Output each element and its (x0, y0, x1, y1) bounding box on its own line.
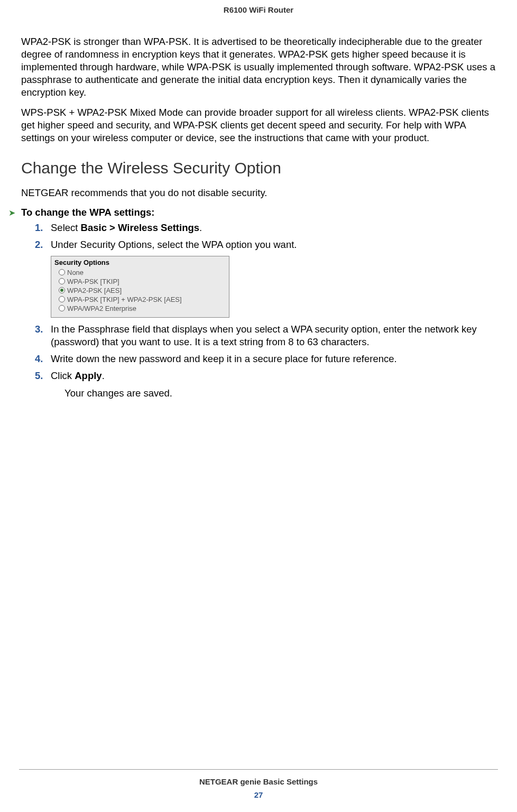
step-text: In the Passphrase field that displays wh… (51, 323, 496, 348)
section-intro: NETGEAR recommends that you do not disab… (21, 187, 496, 199)
radio-option-wpa-psk[interactable]: WPA-PSK [TKIP] (54, 277, 226, 286)
step-5-bold: Apply (75, 370, 101, 381)
step-text: Select Basic > Wireless Settings. (51, 222, 496, 234)
radio-icon-selected (59, 287, 65, 293)
step-1-post: . (199, 222, 202, 233)
step-number: 4. (35, 353, 51, 365)
footer-section-title: NETGEAR genie Basic Settings (0, 777, 517, 786)
radio-option-mixed[interactable]: WPA-PSK [TKIP] + WPA2-PSK [AES] (54, 295, 226, 304)
procedure-title: To change the WPA settings: (21, 207, 155, 218)
step-1-bold: Basic > Wireless Settings (81, 222, 200, 233)
radio-icon (59, 296, 65, 302)
arrow-icon: ➤ (8, 208, 21, 218)
step-number: 1. (35, 222, 51, 234)
radio-label: WPA/WPA2 Enterprise (67, 304, 136, 312)
step-5-post: . (102, 370, 105, 381)
section-heading: Change the Wireless Security Option (21, 159, 496, 177)
step-4: 4. Write down the new password and keep … (35, 353, 496, 365)
step-list: 1. Select Basic > Wireless Settings. 2. … (21, 222, 496, 399)
step-number: 3. (35, 323, 51, 348)
paragraph-wpa2: WPA2-PSK is stronger than WPA-PSK. It is… (21, 35, 496, 99)
radio-label: WPA-PSK [TKIP] (67, 278, 119, 285)
step-text: Write down the new password and keep it … (51, 353, 496, 365)
paragraph-mixed-mode: WPS-PSK + WPA2-PSK Mixed Mode can provid… (21, 106, 496, 144)
radio-icon (59, 278, 65, 284)
step-5-pre: Click (51, 370, 75, 381)
step-text: Under Security Options, select the WPA o… (51, 238, 496, 251)
radio-option-enterprise[interactable]: WPA/WPA2 Enterprise (54, 304, 226, 313)
radio-icon (59, 269, 65, 275)
page-content: WPA2-PSK is stronger than WPA-PSK. It is… (0, 35, 517, 399)
step-5-result: Your changes are saved. (64, 387, 496, 399)
page-header-title: R6100 WiFi Router (0, 0, 517, 35)
radio-label: WPA2-PSK [AES] (67, 287, 122, 294)
radio-label: WPA-PSK [TKIP] + WPA2-PSK [AES] (67, 296, 182, 303)
security-options-screenshot: Security Options None WPA-PSK [TKIP] WPA… (51, 256, 229, 318)
step-1-pre: Select (51, 222, 81, 233)
radio-option-none[interactable]: None (54, 268, 226, 277)
radio-option-wpa2-psk[interactable]: WPA2-PSK [AES] (54, 286, 226, 295)
radio-label: None (67, 269, 84, 276)
radio-icon (59, 305, 65, 311)
step-number: 2. (35, 238, 51, 251)
step-5: 5. Click Apply. (35, 370, 496, 382)
footer-divider (19, 769, 498, 770)
step-1: 1. Select Basic > Wireless Settings. (35, 222, 496, 234)
step-2: 2. Under Security Options, select the WP… (35, 238, 496, 251)
step-number: 5. (35, 370, 51, 382)
page-footer: NETGEAR genie Basic Settings 27 (0, 769, 517, 799)
step-3: 3. In the Passphrase field that displays… (35, 323, 496, 348)
procedure-title-row: ➤ To change the WPA settings: (21, 207, 496, 218)
security-options-title: Security Options (54, 259, 226, 266)
footer-page-number: 27 (0, 790, 517, 799)
step-text: Click Apply. (51, 370, 496, 382)
